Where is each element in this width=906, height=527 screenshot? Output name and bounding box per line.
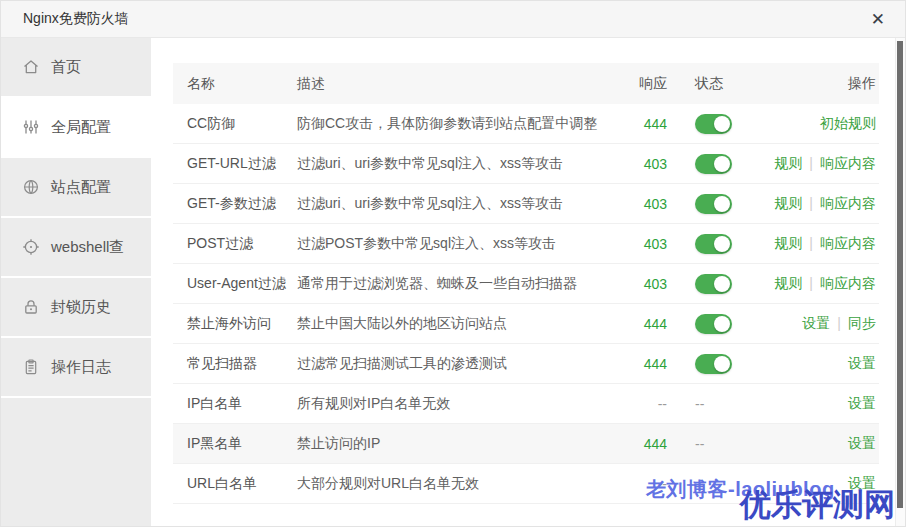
main-content: 名称 描述 响应 状态 操作 CC防御 防御CC攻击，具体防御参数请到站点配置中… xyxy=(151,38,905,527)
rule-name: 常见扫描器 xyxy=(173,355,297,373)
rule-status xyxy=(695,194,759,214)
crosshair-icon xyxy=(22,238,40,256)
status-toggle-on[interactable] xyxy=(695,274,732,294)
action-link[interactable]: 设置 xyxy=(848,475,876,491)
rule-description: 过滤常见扫描测试工具的渗透测试 xyxy=(297,355,627,373)
table-row: 禁止海外访问 禁止中国大陆以外的地区访问站点 444 设置|同步 xyxy=(173,304,879,344)
rule-status: -- xyxy=(695,476,759,492)
action-link[interactable]: 设置 xyxy=(848,395,876,411)
action-links: 初始规则 xyxy=(759,115,879,133)
home-icon xyxy=(22,58,40,76)
sidebar-item-label: 操作日志 xyxy=(51,358,111,377)
action-separator: | xyxy=(809,235,813,251)
action-link[interactable]: 设置 xyxy=(802,315,830,331)
rule-status xyxy=(695,354,759,374)
title-bar: Nginx免费防火墙 ✕ xyxy=(1,1,905,38)
response-code: 403 xyxy=(627,196,667,212)
toggle-knob xyxy=(714,116,730,132)
status-toggle-on[interactable] xyxy=(695,354,732,374)
sidebar-item-block-history[interactable]: 封锁历史 xyxy=(1,278,151,336)
rule-name: CC防御 xyxy=(173,115,297,133)
action-link[interactable]: 设置 xyxy=(848,355,876,371)
table-row: 常见扫描器 过滤常见扫描测试工具的渗透测试 444 设置 xyxy=(173,344,879,384)
rule-name: IP黑名单 xyxy=(173,435,297,453)
col-header-response: 响应 xyxy=(627,75,667,93)
action-link[interactable]: 响应内容 xyxy=(820,195,876,211)
toggle-knob xyxy=(714,236,730,252)
sidebar-item-global-config[interactable]: 全局配置 xyxy=(1,98,151,156)
rule-name: User-Agent过滤 xyxy=(173,275,297,293)
table-row: GET-参数过滤 过滤uri、uri参数中常见sql注入、xss等攻击 403 … xyxy=(173,184,879,224)
lock-icon xyxy=(22,298,40,316)
sidebar-item-site-config[interactable]: 站点配置 xyxy=(1,158,151,216)
response-code: 444 xyxy=(627,436,667,452)
action-separator: | xyxy=(837,315,841,331)
response-code: -- xyxy=(627,476,667,492)
table-row: GET-URL过滤 过滤uri、uri参数中常见sql注入、xss等攻击 403… xyxy=(173,144,879,184)
action-link[interactable]: 响应内容 xyxy=(820,275,876,291)
response-code: 403 xyxy=(627,236,667,252)
table-row: IP黑名单 禁止访问的IP 444 -- 设置 xyxy=(173,424,879,464)
col-header-desc: 描述 xyxy=(297,75,627,93)
action-links: 设置 xyxy=(759,435,879,453)
vertical-scrollbar[interactable] xyxy=(895,38,905,527)
rules-table: 名称 描述 响应 状态 操作 CC防御 防御CC攻击，具体防御参数请到站点配置中… xyxy=(173,63,879,504)
sidebar-item-operation-log[interactable]: 操作日志 xyxy=(1,338,151,396)
window-title: Nginx免费防火墙 xyxy=(23,10,129,28)
action-link[interactable]: 规则 xyxy=(774,275,802,291)
table-row: IP白名单 所有规则对IP白名单无效 -- -- 设置 xyxy=(173,384,879,424)
scrollbar-thumb[interactable] xyxy=(897,41,903,508)
action-link[interactable]: 响应内容 xyxy=(820,235,876,251)
status-toggle-on[interactable] xyxy=(695,234,732,254)
action-link[interactable]: 规则 xyxy=(774,195,802,211)
action-link[interactable]: 响应内容 xyxy=(820,155,876,171)
app-window: Nginx免费防火墙 ✕ 首页 全局配置 站点配置 xyxy=(0,0,906,527)
clipboard-icon xyxy=(22,358,40,376)
action-separator: | xyxy=(809,275,813,291)
action-links: 规则|响应内容 xyxy=(759,195,879,213)
rule-status xyxy=(695,114,759,134)
response-code: -- xyxy=(627,396,667,412)
toggle-knob xyxy=(714,316,730,332)
table-row: URL白名单 大部分规则对URL白名单无效 -- -- 设置 xyxy=(173,464,879,504)
action-links: 设置 xyxy=(759,355,879,373)
rule-description: 禁止中国大陆以外的地区访问站点 xyxy=(297,315,627,333)
sidebar-item-webshell-scan[interactable]: webshell查 xyxy=(1,218,151,276)
sidebar-item-label: 首页 xyxy=(51,58,81,77)
col-header-action: 操作 xyxy=(759,75,879,93)
action-link[interactable]: 规则 xyxy=(774,155,802,171)
response-code: 444 xyxy=(627,116,667,132)
rule-description: 通常用于过滤浏览器、蜘蛛及一些自动扫描器 xyxy=(297,275,627,293)
response-code: 444 xyxy=(627,316,667,332)
rule-status: -- xyxy=(695,396,759,412)
rule-name: IP白名单 xyxy=(173,395,297,413)
rule-status: -- xyxy=(695,436,759,452)
sidebar-item-home[interactable]: 首页 xyxy=(1,38,151,96)
action-separator: | xyxy=(809,155,813,171)
sidebar-item-label: 站点配置 xyxy=(51,178,111,197)
table-row: POST过滤 过滤POST参数中常见sql注入、xss等攻击 403 规则|响应… xyxy=(173,224,879,264)
table-header-row: 名称 描述 响应 状态 操作 xyxy=(173,63,879,104)
response-code: 444 xyxy=(627,356,667,372)
status-toggle-on[interactable] xyxy=(695,314,732,334)
action-link[interactable]: 初始规则 xyxy=(820,115,876,131)
close-icon[interactable]: ✕ xyxy=(867,9,889,30)
rule-description: 过滤uri、uri参数中常见sql注入、xss等攻击 xyxy=(297,195,627,213)
action-link[interactable]: 规则 xyxy=(774,235,802,251)
rule-name: GET-参数过滤 xyxy=(173,195,297,213)
action-links: 设置 xyxy=(759,475,879,493)
action-links: 规则|响应内容 xyxy=(759,155,879,173)
status-toggle-on[interactable] xyxy=(695,154,732,174)
toggle-knob xyxy=(714,276,730,292)
action-link[interactable]: 同步 xyxy=(848,315,876,331)
col-header-status: 状态 xyxy=(695,75,759,93)
sidebar-item-label: webshell查 xyxy=(51,238,124,257)
table-row: User-Agent过滤 通常用于过滤浏览器、蜘蛛及一些自动扫描器 403 规则… xyxy=(173,264,879,304)
action-link[interactable]: 设置 xyxy=(848,435,876,451)
sidebar: 首页 全局配置 站点配置 webshell查 xyxy=(1,38,151,527)
status-toggle-on[interactable] xyxy=(695,114,732,134)
toggle-knob xyxy=(714,356,730,372)
rule-name: 禁止海外访问 xyxy=(173,315,297,333)
status-toggle-on[interactable] xyxy=(695,194,732,214)
rule-status xyxy=(695,274,759,294)
